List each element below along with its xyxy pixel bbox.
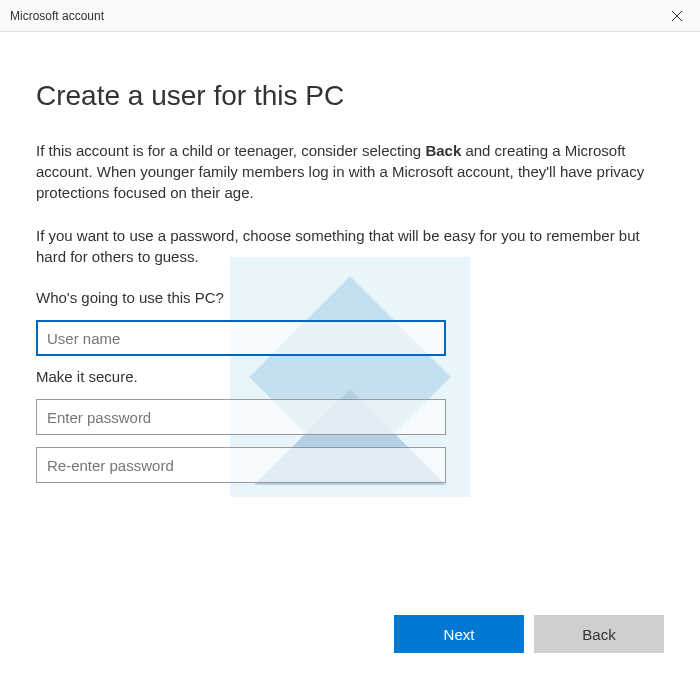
titlebar: Microsoft account <box>0 0 700 32</box>
reenter-password-input[interactable] <box>36 447 446 483</box>
back-button[interactable]: Back <box>534 615 664 653</box>
intro-paragraph-1: If this account is for a child or teenag… <box>36 140 656 203</box>
intro-paragraph-1-pre: If this account is for a child or teenag… <box>36 142 425 159</box>
next-button[interactable]: Next <box>394 615 524 653</box>
close-icon <box>671 10 683 22</box>
intro-paragraph-2: If you want to use a password, choose so… <box>36 225 656 267</box>
window-title: Microsoft account <box>10 9 104 23</box>
footer-buttons: Next Back <box>394 615 664 653</box>
username-input[interactable] <box>36 320 446 356</box>
who-label: Who's going to use this PC? <box>36 289 664 306</box>
secure-label: Make it secure. <box>36 368 664 385</box>
close-button[interactable] <box>654 0 700 32</box>
password-input[interactable] <box>36 399 446 435</box>
page-title: Create a user for this PC <box>36 80 664 112</box>
intro-paragraph-1-bold: Back <box>425 142 461 159</box>
